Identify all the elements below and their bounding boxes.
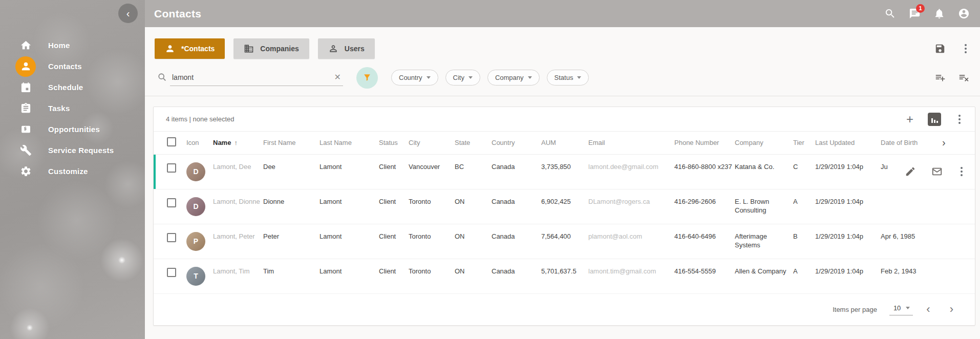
cell-first-name: Peter [263,224,319,259]
filter-chip-status[interactable]: Status [547,70,589,86]
row-checkbox[interactable] [167,163,176,173]
table-row[interactable]: P Lamont, Peter Peter Lamont Client Toro… [154,224,975,259]
sidebar-nav: Home Contacts Schedule Tasks [0,35,145,182]
column-header-aum[interactable]: AUM [541,132,588,154]
table-row[interactable]: T Lamont, Tim Tim Lamont Client Toronto … [154,259,975,293]
contacts-table: Icon Name↑ First Name Last Name Status C… [154,132,975,294]
email-icon[interactable] [931,165,943,178]
filter-funnel-button[interactable] [356,67,378,89]
add-icon[interactable]: + [906,113,913,125]
chevron-down-icon [468,76,473,79]
row-checkbox[interactable] [167,268,176,277]
sidebar-item-home[interactable]: Home [0,35,145,56]
playlist-add-icon[interactable] [934,72,946,84]
cell-city: Toronto [409,224,455,259]
column-header-state[interactable]: State [455,132,492,154]
column-header-name[interactable]: Name↑ [213,132,263,154]
topbar-icons: 1 [884,8,970,20]
edit-icon[interactable] [904,165,917,178]
tab-label: Users [345,45,365,53]
column-header-dob[interactable]: Date of Birth [881,132,942,154]
more-vert-icon[interactable] [962,43,970,54]
wrench-icon [15,140,36,161]
table-row[interactable]: D Lamont, Dee Dee Lamont Client Vancouve… [154,154,975,189]
cell-country: Canada [492,189,541,224]
page-size-select[interactable]: 10 [889,303,913,315]
sidebar-item-opportunities[interactable]: Opportunities [0,119,145,140]
tab-contacts[interactable]: *Contacts [155,38,225,59]
sidebar-item-tasks[interactable]: Tasks [0,98,145,119]
account-icon[interactable] [957,8,970,20]
cell-email: DLamont@rogers.ca [588,189,674,224]
row-checkbox[interactable] [167,233,176,242]
row-checkbox[interactable] [167,198,176,207]
column-header-phone[interactable]: Phone Number [674,132,735,154]
cell-name: Lamont, Tim [213,259,263,293]
cell-last-updated: 1/29/2019 1:04p [815,189,881,224]
cell-aum: 5,701,637.5 [541,259,588,293]
sidebar-collapse-button[interactable]: ‹ [118,4,138,23]
selection-summary: 4 items | none selected [166,115,234,123]
cell-last-name: Lamont [319,259,379,293]
sidebar-item-label: Tasks [48,104,70,113]
sidebar-item-contacts[interactable]: Contacts [0,56,145,77]
cell-country: Canada [492,224,541,259]
next-page-button[interactable]: › [944,304,960,315]
column-header-first-name[interactable]: First Name [263,132,319,154]
bell-icon[interactable] [933,8,945,20]
chevron-down-icon [528,76,532,79]
search-input[interactable] [170,73,332,81]
chevron-down-icon [577,76,581,79]
tab-users[interactable]: Users [318,38,375,59]
column-header-icon[interactable]: Icon [186,132,213,154]
chart-view-icon[interactable] [928,113,941,126]
more-vert-icon[interactable] [957,166,966,177]
table-row[interactable]: D Lamont, Dionne Dionne Lamont Client To… [154,189,975,224]
messages-icon[interactable]: 1 [908,8,921,20]
building-icon [244,44,254,54]
cell-first-name: Dionne [263,189,319,224]
prev-page-button[interactable]: ‹ [920,304,936,315]
avatar: D [186,197,205,216]
save-icon[interactable] [934,43,946,55]
sidebar-item-schedule[interactable]: Schedule [0,77,145,98]
clear-search-icon[interactable]: ✕ [332,73,343,81]
calendar-icon [15,77,36,98]
column-header-last-name[interactable]: Last Name [319,132,379,154]
filter-chip-company[interactable]: Company [487,70,540,86]
more-vert-icon[interactable] [955,114,964,125]
column-header-tier[interactable]: Tier [793,132,815,154]
select-all-checkbox[interactable] [167,137,176,146]
cell-dob: Apr 6, 1985 [881,224,942,259]
cell-last-name: Lamont [319,154,379,189]
column-header-city[interactable]: City [409,132,455,154]
person-icon [15,56,36,77]
column-header-company[interactable]: Company [735,132,793,154]
notification-badge: 1 [916,4,925,13]
content: *Contacts Companies Users [145,27,980,339]
filter-chip-country[interactable]: Country [391,70,438,86]
cell-country: Canada [492,154,541,189]
filter-chip-city[interactable]: City [445,70,480,86]
cell-status: Client [379,259,409,293]
column-header-last-updated[interactable]: Last Updated [815,132,881,154]
sidebar-item-label: Contacts [48,62,82,71]
cell-city: Vancouver [409,154,455,189]
entity-tabs: *Contacts Companies Users [145,27,980,59]
cell-email: lamont.tim@gmail.com [588,259,674,293]
topbar: Contacts 1 [145,0,980,27]
sidebar-item-service-requests[interactable]: Service Requests [0,140,145,161]
contacts-table-card: 4 items | none selected + [153,107,975,326]
avatar: P [186,232,205,251]
tab-companies[interactable]: Companies [233,38,309,59]
cell-dob [881,189,942,224]
scroll-right-icon[interactable]: › [942,137,946,148]
column-header-email[interactable]: Email [588,132,674,154]
column-header-country[interactable]: Country [492,132,541,154]
cell-status: Client [379,154,409,189]
column-header-status[interactable]: Status [379,132,409,154]
cell-name: Lamont, Dee [213,154,263,189]
sidebar-item-customize[interactable]: Customize [0,161,145,182]
search-icon[interactable] [884,8,896,20]
playlist-remove-icon[interactable] [957,72,970,84]
